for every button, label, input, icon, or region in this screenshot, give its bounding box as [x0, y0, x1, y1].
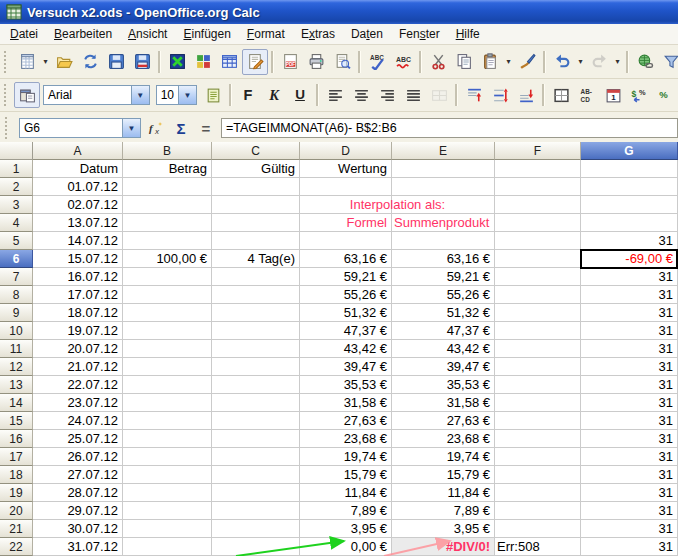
chevron-down-icon[interactable]: ▾	[612, 50, 623, 74]
cell-D12[interactable]: 39,47 €	[300, 358, 392, 376]
cell-D17[interactable]: 19,74 €	[300, 448, 392, 466]
column-header-C[interactable]: C	[212, 142, 300, 160]
cell-E16[interactable]: 23,68 €	[392, 430, 495, 448]
cell-C3[interactable]	[212, 196, 300, 214]
cell-B5[interactable]	[123, 232, 212, 250]
cell-A3[interactable]: 02.07.12	[33, 196, 123, 214]
column-header-G[interactable]: G	[581, 142, 678, 160]
column-header-D[interactable]: D	[300, 142, 392, 160]
cell-D6[interactable]: 63,16 €	[300, 250, 392, 268]
cell-E17[interactable]: 19,74 €	[392, 448, 495, 466]
menu-extras[interactable]: Extras	[293, 25, 343, 43]
cell-C16[interactable]	[212, 430, 300, 448]
borders-icon[interactable]	[548, 82, 574, 108]
menu-hilfe[interactable]: Hilfe	[448, 25, 488, 43]
cell-B9[interactable]	[123, 304, 212, 322]
cell-F5[interactable]	[495, 232, 581, 250]
cell-C5[interactable]	[212, 232, 300, 250]
cell-G10[interactable]: 31	[581, 322, 678, 340]
cell-B16[interactable]	[123, 430, 212, 448]
cell-G2[interactable]	[581, 178, 678, 196]
cell-F8[interactable]	[495, 286, 581, 304]
cell-C9[interactable]	[212, 304, 300, 322]
cell-A17[interactable]: 26.07.12	[33, 448, 123, 466]
hyperlink-icon[interactable]	[632, 49, 658, 75]
cell-C21[interactable]	[212, 520, 300, 538]
number-format-date-icon[interactable]: 1	[600, 82, 626, 108]
cell-E18[interactable]: 15,79 €	[392, 466, 495, 484]
cell-B12[interactable]	[123, 358, 212, 376]
cell-A22[interactable]: 31.07.12	[33, 538, 123, 556]
cell-D9[interactable]: 51,32 €	[300, 304, 392, 322]
cell-D20[interactable]: 7,89 €	[300, 502, 392, 520]
align-center-icon[interactable]	[348, 82, 374, 108]
chevron-down-icon[interactable]: ▾	[503, 50, 514, 74]
cell-F19[interactable]	[495, 484, 581, 502]
cell-A11[interactable]: 20.07.12	[33, 340, 123, 358]
cell-E4[interactable]: Summenprodukt	[392, 214, 495, 232]
cell-D19[interactable]: 11,84 €	[300, 484, 392, 502]
wrap-text-icon[interactable]: AB-CD	[574, 82, 600, 108]
title-bar[interactable]: Versuch x2.ods - OpenOffice.org Calc	[0, 0, 678, 24]
cell-C2[interactable]	[212, 178, 300, 196]
spellcheck-icon[interactable]: ABC	[364, 49, 390, 75]
cell-G6[interactable]: -69,00 €	[581, 250, 678, 268]
cell-C15[interactable]	[212, 412, 300, 430]
cell-B3[interactable]	[123, 196, 212, 214]
column-header-A[interactable]: A	[33, 142, 123, 160]
row-header-4[interactable]: 4	[0, 214, 33, 232]
cell-F15[interactable]	[495, 412, 581, 430]
cell-E6[interactable]: 63,16 €	[392, 250, 495, 268]
chevron-down-icon[interactable]: ▼	[122, 119, 140, 137]
cell-A2[interactable]: 01.07.12	[33, 178, 123, 196]
chevron-down-icon[interactable]: ▾	[40, 50, 51, 74]
menu-ansicht[interactable]: Ansicht	[120, 25, 175, 43]
menu-format[interactable]: Format	[239, 25, 293, 43]
toolbar-grip[interactable]	[4, 84, 10, 106]
cell-G12[interactable]: 31	[581, 358, 678, 376]
cell-F17[interactable]	[495, 448, 581, 466]
cell-F11[interactable]	[495, 340, 581, 358]
cell-A10[interactable]: 19.07.12	[33, 322, 123, 340]
font-size-select[interactable]: 10 ▼	[156, 85, 197, 105]
cell-G15[interactable]: 31	[581, 412, 678, 430]
save-as-icon[interactable]	[129, 49, 155, 75]
cell-A20[interactable]: 29.07.12	[33, 502, 123, 520]
row-header-14[interactable]: 14	[0, 394, 33, 412]
row-header-5[interactable]: 5	[0, 232, 33, 250]
row-header-2[interactable]: 2	[0, 178, 33, 196]
cell-E1[interactable]	[392, 160, 495, 178]
number-format-currency-icon[interactable]: $%	[626, 82, 652, 108]
cell-B15[interactable]	[123, 412, 212, 430]
row-header-22[interactable]: 22	[0, 538, 33, 556]
menu-bearbeiten[interactable]: Bearbeiten	[46, 25, 120, 43]
cell-D10[interactable]: 47,37 €	[300, 322, 392, 340]
cell-F2[interactable]	[495, 178, 581, 196]
cell-E22[interactable]: #DIV/0!	[392, 538, 495, 556]
cell-C19[interactable]	[212, 484, 300, 502]
cell-G18[interactable]: 31	[581, 466, 678, 484]
row-header-16[interactable]: 16	[0, 430, 33, 448]
cell-F9[interactable]	[495, 304, 581, 322]
cell-E15[interactable]: 27,63 €	[392, 412, 495, 430]
column-header-B[interactable]: B	[123, 142, 212, 160]
cell-C11[interactable]	[212, 340, 300, 358]
sum-icon[interactable]: Σ	[170, 117, 192, 139]
cell-C22[interactable]	[212, 538, 300, 556]
row-header-20[interactable]: 20	[0, 502, 33, 520]
copy-icon[interactable]	[451, 49, 477, 75]
cell-D18[interactable]: 15,79 €	[300, 466, 392, 484]
cell-F16[interactable]	[495, 430, 581, 448]
cell-D3[interactable]	[300, 196, 392, 214]
row-header-19[interactable]: 19	[0, 484, 33, 502]
cell-E3[interactable]	[392, 196, 495, 214]
cell-F3[interactable]	[495, 196, 581, 214]
cell-C12[interactable]	[212, 358, 300, 376]
cell-B4[interactable]	[123, 214, 212, 232]
cell-A1[interactable]: Datum	[33, 160, 123, 178]
cell-D13[interactable]: 35,53 €	[300, 376, 392, 394]
cell-A8[interactable]: 17.07.12	[33, 286, 123, 304]
row-header-17[interactable]: 17	[0, 448, 33, 466]
cell-D4[interactable]: Formel	[300, 214, 392, 232]
cell-B19[interactable]	[123, 484, 212, 502]
